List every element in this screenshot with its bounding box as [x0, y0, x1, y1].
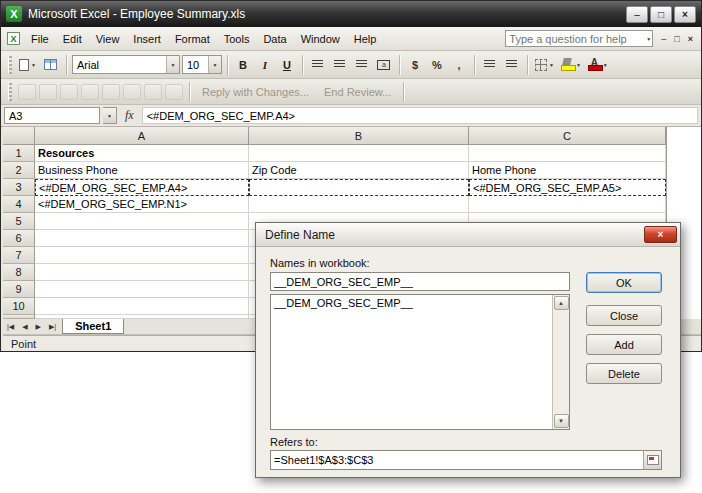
- minimize-button[interactable]: [626, 6, 648, 23]
- chevron-down-icon[interactable]: [602, 62, 609, 68]
- close-dialog-button[interactable]: Close: [586, 305, 662, 326]
- underline-button[interactable]: U: [277, 55, 297, 75]
- end-review-button[interactable]: End Review...: [318, 86, 397, 98]
- cell-B4[interactable]: [249, 196, 469, 213]
- first-sheet-icon[interactable]: [3, 323, 18, 331]
- col-header-A[interactable]: A: [35, 127, 249, 145]
- cell-A6[interactable]: [35, 230, 249, 247]
- cell-A4[interactable]: <#DEM_ORG_SEC_EMP.N1>: [35, 196, 249, 213]
- cell-A10[interactable]: [35, 298, 249, 315]
- delete-button[interactable]: Delete: [586, 363, 662, 384]
- cell-A2[interactable]: Business Phone: [35, 162, 249, 179]
- cell-A7[interactable]: [35, 247, 249, 264]
- review-icon-1[interactable]: [18, 84, 36, 100]
- row-header-10[interactable]: 10: [3, 298, 35, 315]
- last-sheet-icon[interactable]: [45, 323, 60, 331]
- insert-function-icon[interactable]: fx: [120, 108, 139, 123]
- merge-center-button[interactable]: [374, 55, 394, 75]
- cell-B2[interactable]: Zip Code: [249, 162, 469, 179]
- cell-A1[interactable]: Resources: [35, 145, 249, 162]
- name-input[interactable]: [270, 272, 570, 291]
- cell-A3-active[interactable]: <#DEM_ORG_SEC_EMP.A4>: [35, 179, 249, 196]
- font-size-dropdown-icon[interactable]: [208, 56, 221, 73]
- align-left-button[interactable]: [308, 55, 328, 75]
- row-header-8[interactable]: 8: [3, 264, 35, 281]
- review-icon-4[interactable]: [81, 84, 99, 100]
- fill-color-button[interactable]: [559, 55, 584, 75]
- chevron-down-icon[interactable]: [575, 62, 582, 68]
- help-dropdown-icon[interactable]: [645, 36, 652, 42]
- add-button[interactable]: Add: [586, 334, 662, 355]
- close-button[interactable]: [674, 6, 696, 23]
- workbook-restore-icon[interactable]: [670, 34, 683, 44]
- toolbar-drag-handle[interactable]: [8, 56, 12, 74]
- row-header-2[interactable]: 2: [3, 162, 35, 179]
- new-document-button[interactable]: [17, 55, 39, 75]
- percent-button[interactable]: %: [427, 55, 447, 75]
- menu-data[interactable]: Data: [256, 30, 293, 48]
- bold-button[interactable]: B: [233, 55, 253, 75]
- help-search-input[interactable]: [506, 33, 645, 45]
- menu-view[interactable]: View: [89, 30, 127, 48]
- align-center-button[interactable]: [330, 55, 350, 75]
- review-icon-5[interactable]: [102, 84, 120, 100]
- menu-help[interactable]: Help: [347, 30, 384, 48]
- comma-button[interactable]: ,: [449, 55, 469, 75]
- collapse-dialog-button[interactable]: [643, 451, 661, 469]
- cell-B3[interactable]: [249, 179, 469, 196]
- review-icon-7[interactable]: [144, 84, 162, 100]
- dialog-title-bar[interactable]: Define Name: [256, 223, 680, 247]
- row-header-3[interactable]: 3: [3, 179, 35, 196]
- workbook-minimize-icon[interactable]: [657, 34, 670, 44]
- ok-button[interactable]: OK: [586, 272, 662, 293]
- menu-edit[interactable]: Edit: [56, 30, 89, 48]
- cell-C4[interactable]: [469, 196, 666, 213]
- review-icon-3[interactable]: [60, 84, 78, 100]
- toolbar-drag-handle[interactable]: [8, 83, 12, 101]
- col-header-B[interactable]: B: [249, 127, 469, 145]
- col-header-C[interactable]: C: [469, 127, 666, 145]
- review-icon-2[interactable]: [39, 84, 57, 100]
- cell-C3[interactable]: <#DEM_ORG_SEC_EMP.A5>: [469, 179, 666, 196]
- listbox-scrollbar[interactable]: [552, 295, 569, 429]
- currency-button[interactable]: $: [405, 55, 425, 75]
- chevron-down-icon[interactable]: [548, 62, 555, 68]
- name-box[interactable]: A3: [4, 107, 100, 124]
- row-header-6[interactable]: 6: [3, 230, 35, 247]
- align-right-button[interactable]: [352, 55, 372, 75]
- cell-A8[interactable]: [35, 264, 249, 281]
- names-listbox[interactable]: __DEM_ORG_SEC_EMP__: [270, 294, 570, 430]
- workbook-close-icon[interactable]: [684, 34, 697, 44]
- cell-A5[interactable]: [35, 213, 249, 230]
- decrease-indent-button[interactable]: [480, 55, 500, 75]
- row-header-4[interactable]: 4: [3, 196, 35, 213]
- select-all-corner[interactable]: [3, 127, 35, 145]
- maximize-button[interactable]: [650, 6, 672, 23]
- increase-indent-button[interactable]: [502, 55, 522, 75]
- italic-button[interactable]: I: [255, 55, 275, 75]
- font-color-button[interactable]: A: [586, 55, 611, 75]
- formula-input[interactable]: <#DEM_ORG_SEC_EMP.A4>: [142, 107, 698, 124]
- list-item-dem-org-sec-emp[interactable]: __DEM_ORG_SEC_EMP__: [271, 295, 552, 310]
- menu-insert[interactable]: Insert: [126, 30, 168, 48]
- font-name-dropdown-icon[interactable]: [166, 56, 179, 73]
- menu-file[interactable]: File: [24, 30, 56, 48]
- review-icon-6[interactable]: [123, 84, 141, 100]
- previous-sheet-icon[interactable]: [18, 323, 31, 331]
- cell-C2[interactable]: Home Phone: [469, 162, 666, 179]
- row-header-1[interactable]: 1: [3, 145, 35, 162]
- row-header-5[interactable]: 5: [3, 213, 35, 230]
- font-size-combo[interactable]: 10: [182, 55, 222, 74]
- dialog-close-button[interactable]: [644, 226, 677, 243]
- menu-window[interactable]: Window: [294, 30, 347, 48]
- row-header-7[interactable]: 7: [3, 247, 35, 264]
- scroll-up-icon[interactable]: [554, 296, 569, 310]
- reply-with-changes-button[interactable]: Reply with Changes...: [196, 86, 315, 98]
- cell-C1[interactable]: [469, 145, 666, 162]
- borders-button[interactable]: [533, 55, 557, 75]
- tab-sheet1[interactable]: Sheet1: [62, 319, 124, 334]
- insert-table-button[interactable]: [41, 55, 61, 75]
- row-header-9[interactable]: 9: [3, 281, 35, 298]
- scroll-down-icon[interactable]: [554, 414, 569, 428]
- refers-to-input[interactable]: [271, 454, 643, 466]
